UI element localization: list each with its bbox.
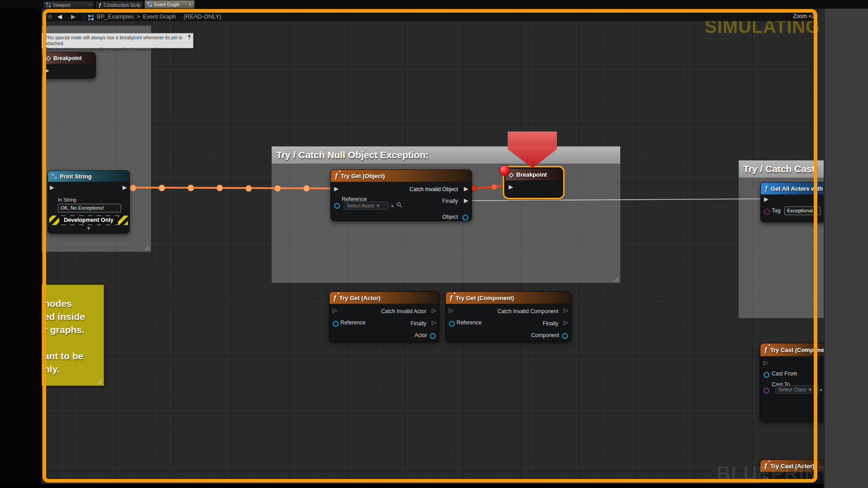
- exec-in-pin[interactable]: ▶: [45, 67, 49, 73]
- node-title: Breakpoint: [53, 55, 82, 61]
- pin-label-actor: Actor: [415, 332, 427, 338]
- right-panel-area: [824, 9, 868, 488]
- finally-pin[interactable]: ▷: [432, 319, 436, 325]
- tag-pin[interactable]: [764, 209, 770, 215]
- in-string-input[interactable]: OK, No Exceptions!: [58, 204, 121, 212]
- diamond-icon: ◇: [509, 171, 514, 178]
- node-try-cast-component[interactable]: ƒ* Try Cast (Compone ▷ Cast From Cast To…: [760, 343, 829, 422]
- node-try-get-actor[interactable]: ƒ* Try Get (Actor) ▷ Catch Invalid Actor…: [329, 291, 439, 342]
- tab-label: Viewport: [53, 3, 71, 8]
- zoom-level-indicator: Zoom +2: [793, 12, 815, 21]
- reference-pin[interactable]: [449, 321, 455, 327]
- tab-event-graph[interactable]: Event Graph ×: [144, 0, 195, 9]
- close-icon[interactable]: ×: [143, 3, 143, 8]
- node-title: Try Cast (Compone: [770, 347, 824, 353]
- pin-label-finally: Finally: [542, 320, 558, 327]
- breakpoint-tooltip: This special node will always rise a bre…: [42, 33, 193, 48]
- exec-in-pin[interactable]: ▶: [509, 184, 513, 190]
- pin-label-in-string: In String: [58, 197, 76, 202]
- node-breakpoint-top[interactable]: ◇ Breakpoint ▶: [42, 52, 96, 79]
- cast-from-pin[interactable]: [764, 372, 769, 378]
- back-button[interactable]: ◀: [57, 12, 62, 21]
- reference-pin[interactable]: [334, 203, 340, 209]
- pin-label-catch-invalid-component: Catch Invalid Component: [497, 308, 558, 314]
- object-out-pin[interactable]: [462, 215, 468, 221]
- sticky-line: nly.: [42, 362, 104, 375]
- select-class-dropdown[interactable]: Select Class ▾: [775, 385, 819, 394]
- dropdown-label: Select Class: [778, 386, 806, 393]
- toolbar-divider: |: [84, 12, 85, 21]
- tag-input[interactable]: Exceptional: [784, 206, 821, 215]
- node-print-string[interactable]: Print String ▶ ▶ In String OK, No Except…: [47, 170, 130, 234]
- node-title: Get All Actors with: [771, 185, 823, 192]
- diamond-icon: ◇: [46, 55, 51, 61]
- finally-pin[interactable]: ▷: [564, 319, 568, 325]
- graph-toolbar: ☆ ◀ ▶ | BP_Examples > Event Graph (READ-…: [43, 12, 817, 21]
- function-star-icon: ƒ*: [449, 295, 453, 301]
- tab-construction-script[interactable]: ƒ Construction Scrip ×: [95, 1, 143, 9]
- exec-in-pin[interactable]: ▶: [50, 184, 54, 190]
- use-selected-icon[interactable]: ◄: [390, 204, 394, 208]
- comment-title[interactable]: Try / Catch Casti: [739, 160, 828, 178]
- reference-pin[interactable]: [333, 321, 339, 327]
- pin-label-tag: Tag: [772, 207, 780, 214]
- resize-handle-icon[interactable]: [97, 379, 102, 385]
- breakpoint-indicator-dot: [499, 165, 510, 176]
- exec-in-pin[interactable]: ▷: [333, 307, 337, 313]
- resize-handle-icon[interactable]: [613, 277, 619, 282]
- node-get-all-actors-with-tag[interactable]: ƒ Get All Actors with ▶ Tag Exceptional: [760, 182, 829, 222]
- comment-title[interactable]: Try / Catch Null Object Exception:: [272, 146, 620, 164]
- read-only-badge: (READ-ONLY): [184, 12, 222, 21]
- node-title: Print String: [60, 173, 92, 180]
- breadcrumb-asset-name[interactable]: BP_Examples: [97, 12, 134, 21]
- cast-to-pin[interactable]: [764, 388, 769, 394]
- tooltip-line: That is, unless you manually remove the …: [45, 47, 189, 52]
- pin-icon: [187, 34, 192, 40]
- pin-label-finally: Finally: [410, 320, 426, 327]
- collapse-arrow-icon[interactable]: ▼: [48, 226, 129, 231]
- forward-button[interactable]: ▶: [71, 12, 75, 21]
- resize-handle-icon[interactable]: [144, 245, 150, 251]
- finally-pin[interactable]: ▶: [464, 197, 468, 203]
- node-title: Try Get (Object): [341, 173, 385, 179]
- sticky-note[interactable]: nodes ed inside r graphs. ant to be nly.: [42, 285, 104, 386]
- catch-invalid-actor-pin[interactable]: ▷: [432, 307, 436, 313]
- close-icon[interactable]: ×: [189, 2, 192, 7]
- favorite-star-icon[interactable]: ☆: [47, 12, 53, 21]
- select-asset-dropdown[interactable]: Select Asset ▾: [344, 202, 389, 210]
- pin-label-finally: Finally: [442, 198, 458, 204]
- pin-label-cast-from: Cast From: [772, 371, 797, 377]
- execution-pointer-arrow: [507, 131, 559, 169]
- event-graph-tab-icon: [147, 2, 152, 7]
- node-breakpoint-active[interactable]: ◇ Breakpoint ▶: [505, 168, 562, 197]
- pin-label-catch-invalid-actor: Catch Invalid Actor: [381, 308, 426, 314]
- exec-in-pin[interactable]: ▷: [449, 307, 453, 313]
- blueprint-editor: Try / Catch Null Object Exception: Try /…: [0, 0, 868, 488]
- pin-label-component: Component: [531, 332, 559, 338]
- catch-invalid-component-pin[interactable]: ▷: [564, 307, 568, 313]
- use-selected-icon[interactable]: ◄: [818, 388, 823, 392]
- node-try-get-component[interactable]: ƒ* Try Get (Component) ▷ Catch Invalid C…: [445, 291, 571, 342]
- breadcrumb-graph-name[interactable]: Event Graph: [143, 12, 176, 21]
- exec-in-pin[interactable]: ▶: [764, 196, 769, 202]
- blueprint-watermark: BLUEPRINT: [717, 462, 831, 485]
- component-out-pin[interactable]: [562, 333, 568, 339]
- function-icon: ƒ: [764, 185, 768, 192]
- function-icon: ƒ: [99, 3, 101, 8]
- dropdown-label: Select Asset: [347, 202, 374, 209]
- close-icon[interactable]: ×: [89, 3, 91, 8]
- exec-in-pin[interactable]: ▷: [764, 360, 768, 366]
- browse-asset-icon[interactable]: [396, 202, 402, 208]
- exec-in-pin[interactable]: ▶: [334, 186, 339, 192]
- dropdown-caret-icon: ▾: [377, 202, 380, 209]
- sticky-line: ed inside: [42, 310, 104, 323]
- actor-out-pin[interactable]: [430, 333, 436, 339]
- node-title: Try Get (Actor): [340, 295, 381, 301]
- node-try-get-object[interactable]: ƒ* Try Get (Object) ▶ Catch Invalid Obje…: [330, 169, 472, 221]
- left-panel-area: [0, 9, 42, 488]
- catch-invalid-object-pin[interactable]: ▶: [464, 186, 468, 192]
- pin-label-object: Object: [442, 214, 458, 220]
- blueprint-asset-icon: [88, 14, 94, 23]
- tab-viewport[interactable]: Viewport ×: [43, 1, 94, 9]
- exec-out-pin[interactable]: ▶: [123, 184, 127, 190]
